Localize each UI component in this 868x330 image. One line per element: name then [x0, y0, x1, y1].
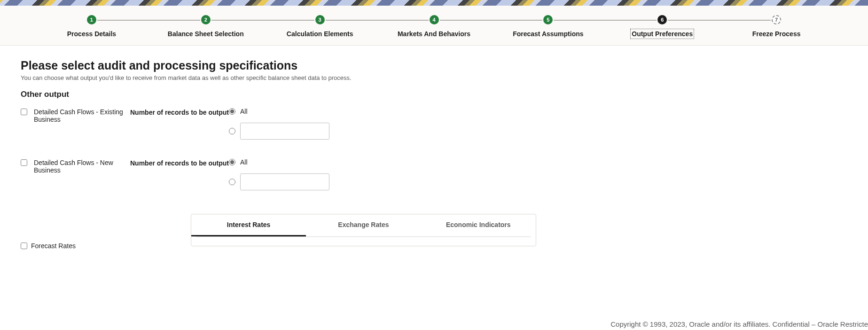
step-circle: 3	[315, 15, 325, 24]
page-subtitle: You can choose what output you'd like to…	[21, 74, 847, 81]
step-7[interactable]: 7Freeze Process	[719, 15, 834, 38]
step-circle: 5	[543, 15, 553, 24]
step-3[interactable]: 3Calculation Elements	[263, 15, 377, 38]
label-records-existing: Number of records to be output	[130, 108, 229, 116]
step-connector	[554, 20, 657, 21]
radio-existing-custom[interactable]	[229, 128, 235, 134]
radio-existing-all[interactable]	[229, 108, 235, 115]
output-row-existing: Detailed Cash Flows - Existing Business …	[21, 108, 847, 140]
decorative-banner	[0, 0, 868, 6]
main-content: Please select audit and processing speci…	[0, 46, 868, 259]
tab-interest-rates[interactable]: Interest Rates	[191, 214, 306, 236]
checkbox-existing-business[interactable]	[21, 109, 27, 115]
step-connector	[440, 20, 543, 21]
step-label: Balance Sheet Selection	[168, 30, 244, 38]
step-label: Process Details	[67, 30, 116, 38]
checkbox-forecast-rates[interactable]	[21, 243, 27, 249]
label-new-business: Detailed Cash Flows - New Business	[34, 158, 130, 174]
step-circle: 2	[201, 15, 211, 24]
step-2[interactable]: 2Balance Sheet Selection	[149, 15, 263, 38]
output-row-new: Detailed Cash Flows - New Business Numbe…	[21, 158, 847, 190]
input-new-records[interactable]	[240, 173, 329, 190]
step-connector	[211, 20, 314, 21]
step-connector	[326, 20, 429, 21]
step-5[interactable]: 5Forecast Assumptions	[491, 15, 605, 38]
step-6[interactable]: 6Output Preferences	[605, 15, 719, 38]
forecast-tabs: Interest Rates Exchange Rates Economic I…	[191, 214, 536, 246]
step-1[interactable]: 1Process Details	[35, 15, 149, 38]
step-4[interactable]: 4Markets And Behaviors	[377, 15, 491, 38]
step-circle: 6	[657, 15, 667, 24]
radio-existing-all-label: All	[240, 108, 248, 115]
checkbox-new-business[interactable]	[21, 159, 27, 166]
step-circle: 7	[772, 15, 781, 24]
tab-exchange-rates[interactable]: Exchange Rates	[306, 214, 421, 236]
radio-new-all-label: All	[240, 158, 248, 166]
tab-economic-indicators[interactable]: Economic Indicators	[421, 214, 536, 236]
radio-new-custom[interactable]	[229, 179, 235, 185]
label-records-new: Number of records to be output	[130, 158, 229, 167]
page-title: Please select audit and processing speci…	[21, 59, 847, 72]
input-existing-records[interactable]	[240, 123, 329, 140]
tab-panel	[196, 236, 531, 246]
step-label: Markets And Behaviors	[398, 30, 470, 38]
step-label: Output Preferences	[632, 30, 693, 38]
wizard-stepper: 1Process Details2Balance Sheet Selection…	[0, 6, 868, 46]
step-label: Calculation Elements	[287, 30, 353, 38]
step-circle: 1	[87, 15, 96, 24]
step-connector	[668, 20, 771, 21]
step-label: Freeze Process	[752, 30, 801, 38]
step-connector	[97, 20, 200, 21]
radio-new-all[interactable]	[229, 159, 235, 165]
step-label: Forecast Assumptions	[513, 30, 583, 38]
label-forecast-rates: Forecast Rates	[31, 242, 76, 250]
step-circle: 4	[430, 15, 439, 24]
section-other-output: Other output	[21, 90, 847, 99]
label-existing-business: Detailed Cash Flows - Existing Business	[34, 108, 130, 123]
